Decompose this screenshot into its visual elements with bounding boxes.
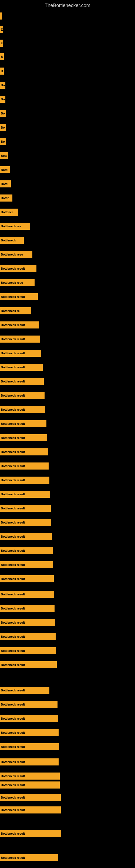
bar-row: Bott bbox=[0, 152, 8, 159]
bar-label: Bottleneck result bbox=[0, 619, 55, 626]
bar-label-text: Bottleneck result bbox=[1, 323, 25, 327]
bar-label-text: Bott bbox=[1, 154, 7, 157]
bar-row: Bottleneck re bbox=[0, 307, 31, 314]
bar-label: Bo bbox=[0, 110, 6, 117]
bar-label-text: Bottleneck result bbox=[1, 577, 25, 581]
bar-row: Bottleneck resu bbox=[0, 279, 35, 286]
bar-row: Bottleneck result bbox=[0, 575, 54, 582]
bar-row: Bottleneck result bbox=[0, 687, 49, 694]
bar-label: Bottenec bbox=[0, 209, 18, 216]
bar-label: E bbox=[0, 26, 3, 33]
bar-row: Bottleneck result bbox=[0, 633, 56, 640]
bar-row: Bo bbox=[0, 124, 6, 131]
bar-label: Bottl bbox=[0, 180, 11, 187]
bars-container: EEBBBoBoBoBoBoBottBottlBottlBottleBotten… bbox=[0, 10, 135, 868]
bar-label-text: Bottleneck result bbox=[1, 856, 25, 859]
bar-row: E bbox=[0, 26, 3, 33]
bar-label: Bottleneck result bbox=[0, 806, 61, 813]
bar-label: Bottleneck result bbox=[0, 505, 51, 512]
bar-row: Bottleneck result bbox=[0, 715, 58, 722]
bar-label: Bottleneck result bbox=[0, 687, 49, 694]
bar-row: Bottleneck result bbox=[0, 350, 41, 357]
bar-label: Bottleneck result bbox=[0, 420, 46, 427]
bar-row: Bottleneck result bbox=[0, 729, 58, 736]
bar-label: Bottleneck result bbox=[0, 350, 41, 357]
bar-label-text: Bottleneck result bbox=[1, 593, 25, 596]
bar-label-text: Bottleneck result bbox=[1, 731, 25, 734]
bar-label-text: Bottleneck bbox=[1, 239, 16, 242]
bar-label-text: Bottleneck result bbox=[1, 783, 25, 786]
bar-label-text: Bottleneck resu bbox=[1, 253, 23, 256]
bar-label-text: Bottleneck result bbox=[1, 607, 25, 610]
bar-label: Bottleneck result bbox=[0, 519, 51, 526]
bar-label-text: Bottleneck resu bbox=[1, 281, 23, 284]
bar-label-text: Bottleneck result bbox=[1, 464, 25, 468]
bar-label-text: Bo bbox=[1, 126, 5, 129]
bar-label-text: Bottleneck re bbox=[1, 309, 20, 312]
bar-label: Bottleneck result bbox=[0, 378, 44, 385]
bar-label-text: Bottleneck result bbox=[1, 493, 25, 496]
bar-label: Bottleneck result bbox=[0, 547, 53, 554]
bar-label-text: Bo bbox=[1, 98, 5, 101]
bar-label: Bottleneck result bbox=[0, 715, 58, 722]
bar-label: Bottleneck res bbox=[0, 223, 30, 230]
bar-label-text: Bottleneck result bbox=[1, 507, 25, 510]
site-title: TheBottlenecker.com bbox=[0, 0, 135, 10]
bar-label-text: Bottleneck result bbox=[1, 337, 25, 341]
bar-label-text: Bo bbox=[1, 140, 5, 143]
bar-label: Bottleneck result bbox=[0, 773, 60, 780]
bar-label: Bottleneck result bbox=[0, 364, 43, 371]
bar-row: Bottleneck result bbox=[0, 420, 46, 427]
bar-row: Bottleneck result bbox=[0, 392, 45, 399]
bar-label: Bottleneck result bbox=[0, 434, 47, 441]
bar-label: Bottleneck result bbox=[0, 561, 53, 568]
bar-row: Bottleneck result bbox=[0, 321, 39, 329]
bar-row: Bottleneck result bbox=[0, 794, 61, 801]
bar-label-text: E bbox=[1, 41, 3, 45]
bar-row: Bottleneck result bbox=[0, 773, 60, 780]
bar-label: Bottleneck result bbox=[0, 491, 50, 498]
bar-row: Bottleneck result bbox=[0, 406, 45, 413]
bar-label-text: Bottleneck result bbox=[1, 394, 25, 397]
bar-row: Bo bbox=[0, 96, 5, 103]
bar-label: Bottleneck result bbox=[0, 321, 39, 329]
bar-label-text: Bottleneck result bbox=[1, 535, 25, 538]
bar-row: Bottleneck result bbox=[0, 533, 52, 540]
bar-label-text: E bbox=[1, 28, 3, 31]
bar-label-text: Bottleneck result bbox=[1, 774, 25, 778]
bar-label: Bottleneck result bbox=[0, 448, 48, 456]
bar-row: Bottleneck result bbox=[0, 647, 56, 654]
bar-label-text: Bottl bbox=[1, 182, 8, 186]
bar-label: Bottleneck result bbox=[0, 293, 38, 300]
bar-label-text: Bottleneck res bbox=[1, 225, 21, 228]
bar-label-text: Bottleneck result bbox=[1, 549, 25, 552]
bar-row: Bo bbox=[0, 110, 6, 117]
bar-row: Bottleneck result bbox=[0, 265, 37, 272]
bar-label: Bottleneck result bbox=[0, 633, 56, 640]
bar-label-text: Bottleneck result bbox=[1, 760, 25, 764]
bar-label-text: Bottle bbox=[1, 196, 9, 199]
bar-label-text: Bottleneck result bbox=[1, 663, 25, 666]
bar-label: E bbox=[0, 40, 3, 46]
bar-label-text: B bbox=[1, 55, 3, 58]
bar-label: Bottleneck result bbox=[0, 605, 54, 612]
bar-row: Bottleneck result bbox=[0, 619, 55, 626]
bar-row: Bottleneck result bbox=[0, 491, 50, 498]
bar-row: Bottleneck result bbox=[0, 605, 54, 612]
bar-label: Bottleneck resu bbox=[0, 279, 35, 286]
bar-label: Bottl bbox=[0, 166, 10, 173]
bar-row: Bottleneck result bbox=[0, 293, 38, 300]
bar-label-text: Bottleneck result bbox=[1, 635, 25, 638]
bar-label: Bottleneck result bbox=[0, 533, 52, 540]
bar-label-text: Bottleneck result bbox=[1, 450, 25, 454]
bar-label: B bbox=[0, 53, 4, 60]
bar-label: Bottleneck result bbox=[0, 794, 61, 801]
bar-label-text: Bottleneck result bbox=[1, 649, 25, 652]
bar-label: Bo bbox=[0, 138, 6, 145]
bar-label-text: Bottleneck result bbox=[1, 366, 25, 369]
bar-label: Bo bbox=[0, 96, 5, 103]
bar-row: Bottleneck result bbox=[0, 591, 54, 598]
bar-row: Bottleneck result bbox=[0, 806, 61, 813]
bar-label-text: Bottleneck result bbox=[1, 689, 25, 692]
bar-row: Bottleneck result bbox=[0, 378, 44, 385]
